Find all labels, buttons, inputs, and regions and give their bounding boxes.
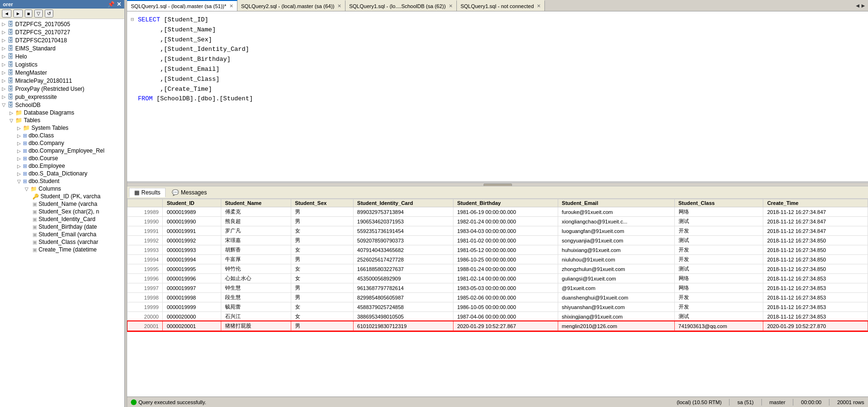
table-row[interactable]: 199940000019994牛富厚男25260256174277281986-… <box>128 255 868 264</box>
table-row[interactable]: 199960000019996心如止水心女4535000568929091981… <box>128 274 868 283</box>
tree-label-col-studentsex: Student_Sex (char(2), n <box>39 208 99 215</box>
tree-item-helo[interactable]: ▷ 🗄 Helo <box>0 52 124 60</box>
tree-item-dbo-sdata[interactable]: ▷ ⊞ dbo.S_Data_Dictionary <box>0 170 124 177</box>
expand-icon[interactable]: ▷ <box>2 46 8 51</box>
table-row[interactable]: 199930000019993胡辉香女40791404334656821981-… <box>128 245 868 255</box>
expand-icon[interactable]: ▷ <box>2 21 8 27</box>
forward-button[interactable]: ► <box>13 10 23 18</box>
right-panel: SQLQuery1.sql - (local).master (sa (51))… <box>127 0 868 407</box>
table-row[interactable]: 200000000020000石兴江女38869534980105051987-… <box>128 312 868 321</box>
table-row[interactable]: 199980000019998段生慧男82998548056059871985-… <box>128 293 868 302</box>
expand-icon[interactable]: ▷ <box>2 38 8 43</box>
tree-item-dbo-student[interactable]: ▽ ⊞ dbo.Student <box>0 177 124 185</box>
tree-item-pubexpress[interactable]: ▷ 🗄 pub_expresssite <box>0 93 124 101</box>
cell-class: 网络 <box>674 207 763 217</box>
stop-button[interactable]: ■ <box>25 10 32 18</box>
expand-icon-schooldb[interactable]: ▽ <box>2 102 8 107</box>
scroll-right-icon[interactable]: ► <box>860 2 866 9</box>
cell-class: 网络 <box>674 283 763 293</box>
tree-item-tables[interactable]: ▽ 📁 Tables <box>0 116 124 124</box>
tree-item-col-studentidcard[interactable]: ▣ Student_Identity_Card <box>0 215 124 223</box>
tab-results[interactable]: ▦ Results <box>129 188 166 197</box>
expand-icon-systables[interactable]: ▷ <box>17 126 23 131</box>
close-icon[interactable]: ✕ <box>117 1 121 8</box>
cell-idcard: 61010219830712319 <box>353 321 453 331</box>
horizontal-splitter[interactable] <box>127 183 868 186</box>
table-row[interactable]: 199990000019999毓苑蕾女45883790257248581986-… <box>128 302 868 312</box>
cell-studentname: 石兴江 <box>221 312 291 321</box>
tree-item-col-studentid[interactable]: 🔑 Student_ID (PK, varcha <box>0 193 124 200</box>
expand-icon[interactable]: ▷ <box>2 94 8 99</box>
cell-studentsex: 男 <box>291 207 353 217</box>
sql-editor[interactable]: ⊟ SELECT [Student_ID] ,[Student_Name] ,[… <box>127 11 868 183</box>
tree-item-eims[interactable]: ▷ 🗄 EIMS_Standard <box>0 44 124 52</box>
table-row[interactable]: 199920000019992宋璟嘉男50920785907903731981-… <box>128 236 868 245</box>
tree-label-col-studentclass: Student_Class (varchar <box>39 239 98 245</box>
cell-studentname: 熊良超 <box>221 217 291 226</box>
expand-icon-tables[interactable]: ▽ <box>10 118 15 123</box>
cell-class: 开发 <box>674 293 763 302</box>
cell-studentid: 0000019990 <box>163 217 221 226</box>
tree-item-dbo-class[interactable]: ▷ ⊞ dbo.Class <box>0 132 124 139</box>
tree-item-diagrams[interactable]: ▷ 📁 Database Diagrams <box>0 109 124 116</box>
tree-item-proxypay[interactable]: ▷ 🗄 ProxyPay (Restricted User) <box>0 85 124 93</box>
cell-studentsex: 男 <box>291 321 353 331</box>
tree-item-systables[interactable]: ▷ 📁 System Tables <box>0 124 124 132</box>
tab-label: SQLQuery2.sql - (local).master (sa (64)) <box>241 3 335 9</box>
table-row[interactable]: 199950000019995钟竹伦女16618858032276371988-… <box>128 264 868 274</box>
cell-email: songyuanjia@91xueit.com <box>558 236 674 245</box>
table-row[interactable]: 199910000019991罗广凡女55923517361914541983-… <box>128 226 868 236</box>
back-button[interactable]: ◄ <box>2 10 11 18</box>
tab-close-icon[interactable]: ✕ <box>449 3 453 9</box>
expand-icon[interactable]: ▷ <box>2 86 8 91</box>
tree-item-schooldb[interactable]: ▽ 🗄 SchoolDB <box>0 101 124 109</box>
pin-icon[interactable]: 📌 <box>108 1 115 8</box>
tree-item-dbo-company-emp[interactable]: ▷ ⊞ dbo.Company_Employee_Rel <box>0 147 124 155</box>
tree-item-columns-folder[interactable]: ▽ 📁 Columns <box>0 185 124 193</box>
tree-item-col-studentemail[interactable]: ▣ Student_Email (varcha <box>0 231 124 238</box>
tab-close-icon[interactable]: ✕ <box>229 3 233 9</box>
sql-code-block[interactable]: SELECT [Student_ID] ,[Student_Name] ,[St… <box>138 15 864 104</box>
expand-icon[interactable]: ▷ <box>2 54 8 59</box>
tree-item-dbo-course[interactable]: ▷ ⊞ dbo.Course <box>0 155 124 162</box>
tab-sqlquery1-notconnected[interactable]: SQLQuery1.sql - not connected ✕ <box>457 0 545 11</box>
expand-icon-diagrams[interactable]: ▷ <box>10 110 15 116</box>
tree-item-col-studentsex[interactable]: ▣ Student_Sex (char(2), n <box>0 208 124 215</box>
refresh-button[interactable]: ↺ <box>45 10 53 18</box>
table-row[interactable]: 200010000020001猪猪打屁股男6101021983071231920… <box>128 321 868 331</box>
tab-close-icon[interactable]: ✕ <box>537 3 541 9</box>
expand-icon[interactable]: ▷ <box>2 62 8 67</box>
tree-item-col-createtime[interactable]: ▣ Create_Time (datetime <box>0 246 124 253</box>
tree-item-col-studentbday[interactable]: ▣ Student_Birthday (date <box>0 223 124 231</box>
tree-item-col-studentclass[interactable]: ▣ Student_Class (varchar <box>0 238 124 246</box>
tab-close-icon[interactable]: ✕ <box>337 3 341 9</box>
tab-sqlquery2-master[interactable]: SQLQuery2.sql - (local).master (sa (64))… <box>237 0 345 11</box>
scroll-left-icon[interactable]: ◄ <box>855 2 860 9</box>
tree-item-dtzpfcs1[interactable]: ▷ 🗄 DTZPFCS_20170505 <box>0 20 124 28</box>
table-row[interactable]: 199970000019997钟生慧男96136877977826141983-… <box>128 283 868 293</box>
filter-button[interactable]: ▽ <box>34 10 43 18</box>
tree-item-miraclepay[interactable]: ▷ 🗄 MiraclePay_20180111 <box>0 77 124 85</box>
tree-label-dbo-company: dbo.Company <box>29 140 64 146</box>
tree-item-col-studentname[interactable]: ▣ Student_Name (varcha <box>0 200 124 208</box>
tab-messages[interactable]: 💬 Messages <box>167 188 212 197</box>
table-row[interactable]: 199900000019990熊良超男19065346203719531982-… <box>128 217 868 226</box>
expand-icon[interactable]: ▷ <box>2 78 8 83</box>
table-header-row: Student_ID Student_Name Student_Sex Stud… <box>128 199 868 207</box>
tree-item-dbo-company[interactable]: ▷ ⊞ dbo.Company <box>0 139 124 147</box>
tree-item-dbo-employee[interactable]: ▷ ⊞ dbo.Employee <box>0 162 124 170</box>
tab-sqlquery1-master[interactable]: SQLQuery1.sql - (local).master (sa (51))… <box>127 0 237 11</box>
tree-item-dtzpfsc[interactable]: ▷ 🗄 DTZPFSC20170418 <box>0 36 124 44</box>
status-dot-icon <box>131 399 137 405</box>
cell-createtime: 2018-11-12 16:27:34.850 <box>763 245 868 255</box>
row-num: 19993 <box>128 245 163 255</box>
tab-sqlquery1-schooldb[interactable]: SQLQuery1.sql - (lo....SchoolDB (sa (62)… <box>345 0 457 11</box>
tree-item-logistics[interactable]: ▷ 🗄 Logistics <box>0 60 124 68</box>
expand-icon[interactable]: ▷ <box>2 70 8 75</box>
expand-icon[interactable]: ▷ <box>2 29 8 35</box>
tree-item-dtzpfcs2[interactable]: ▷ 🗄 DTZPFCS_20170727 <box>0 28 124 36</box>
table-row[interactable]: 199890000019989傅柔克男89903297537138941981-… <box>128 207 868 217</box>
tree-item-mengmaster[interactable]: ▷ 🗄 MengMaster <box>0 68 124 77</box>
cell-studentsex: 男 <box>291 236 353 245</box>
cell-studentsex: 男 <box>291 293 353 302</box>
